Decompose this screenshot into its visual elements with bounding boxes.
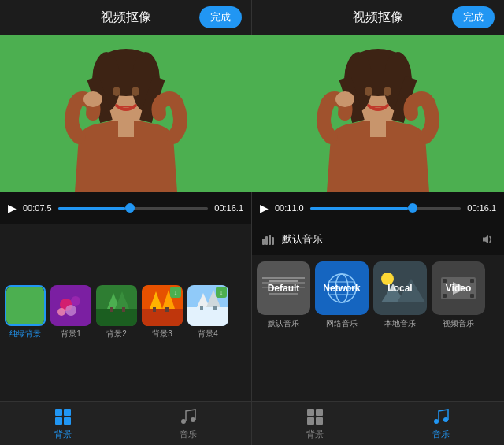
- music-thumb-video: Video: [432, 261, 485, 315]
- left-video-preview: [0, 35, 252, 192]
- svg-rect-53: [269, 235, 271, 245]
- thumbnail-bg4[interactable]: ↓ 背景4: [187, 285, 228, 339]
- svg-rect-74: [443, 294, 447, 298]
- left-playback-bar: ▶ 00:07.5 00:16.1: [0, 192, 251, 224]
- svg-point-11: [71, 296, 80, 306]
- right-nav-music[interactable]: 音乐: [378, 402, 504, 445]
- music-icon: [179, 407, 198, 426]
- thumbnail-pure-green[interactable]: 纯绿背景: [5, 285, 46, 339]
- svg-rect-52: [265, 236, 268, 245]
- left-top-bar: 视频抠像 完成: [0, 0, 251, 35]
- thumb-label-bg4: 背景4: [198, 328, 218, 339]
- music-thumb-default: Default: [257, 261, 310, 315]
- svg-point-81: [434, 419, 439, 424]
- music-item-video[interactable]: Video 视频音乐: [432, 261, 485, 329]
- thumbnail-bg1[interactable]: 背景1: [50, 285, 91, 339]
- music-label-video: 视频音乐: [443, 318, 474, 329]
- grid-icon: [54, 407, 72, 426]
- left-time-start: 00:07.5: [23, 203, 52, 213]
- svg-rect-25: [165, 307, 169, 312]
- svg-point-7: [113, 87, 120, 96]
- svg-rect-19: [122, 307, 125, 312]
- svg-rect-24: [153, 307, 156, 312]
- svg-point-50: [384, 87, 391, 96]
- right-panel: 视频抠像 完成 ▶ 00:11.0: [252, 0, 504, 445]
- bar-chart-icon: [261, 232, 276, 247]
- thumb-svg-bg2: [96, 285, 137, 326]
- thumb-label-bg3: 背景3: [152, 328, 172, 339]
- music-thumb-local: Local: [373, 261, 427, 315]
- right-time-start: 00:11.0: [275, 203, 304, 213]
- music-label-default: 默认音乐: [268, 318, 299, 329]
- left-title: 视频抠像: [101, 9, 151, 26]
- svg-point-6: [83, 91, 102, 107]
- music-label-local: 本地音乐: [384, 318, 416, 329]
- left-bottom-nav: 背景 音乐: [0, 401, 251, 445]
- svg-rect-78: [316, 409, 323, 416]
- right-play-button[interactable]: ▶: [260, 202, 269, 214]
- thumb-img-bg1: [50, 285, 91, 326]
- right-bottom-nav: 背景 音乐: [252, 401, 504, 445]
- svg-point-82: [443, 417, 448, 422]
- left-play-button[interactable]: ▶: [8, 202, 17, 214]
- left-panel: 视频抠像 完成: [0, 0, 252, 445]
- left-thumbnails-row: 纯绿背景 背景1: [0, 224, 251, 401]
- thumb-label-bg2: 背景2: [106, 328, 127, 339]
- left-bottom-section: 纯绿背景 背景1: [0, 224, 251, 445]
- thumb-svg-bg4: ↓: [187, 285, 228, 326]
- svg-rect-77: [307, 409, 314, 416]
- left-nav-bg[interactable]: 背景: [0, 402, 126, 445]
- thumb-img-bg4: ↓: [187, 285, 228, 326]
- svg-rect-54: [272, 237, 274, 245]
- svg-rect-47: [370, 120, 386, 137]
- right-progress-track[interactable]: [310, 207, 461, 210]
- left-progress-fill: [58, 207, 126, 210]
- left-nav-bg-label: 背景: [54, 428, 72, 440]
- svg-rect-80: [316, 417, 323, 425]
- music-bar: 默认音乐: [252, 224, 504, 255]
- svg-point-8: [132, 87, 139, 96]
- left-nav-music-label: 音乐: [180, 428, 197, 440]
- thumb-label-green: 纯绿背景: [9, 328, 41, 339]
- thumb-img-green: [5, 285, 46, 326]
- thumb-svg-bg3: ↓: [142, 285, 183, 326]
- right-progress-fill: [310, 207, 409, 210]
- svg-rect-38: [55, 417, 62, 425]
- right-time-end: 00:16.1: [467, 203, 496, 213]
- left-nav-music[interactable]: 音乐: [126, 402, 252, 445]
- right-playback-bar: ▶ 00:11.0 00:16.1: [252, 192, 504, 224]
- svg-rect-76: [470, 294, 474, 298]
- thumb-img-bg3: ↓: [142, 285, 183, 326]
- svg-rect-37: [64, 409, 71, 416]
- svg-rect-5: [118, 120, 134, 137]
- left-progress-track[interactable]: [58, 207, 209, 210]
- music-item-default[interactable]: Default 默认音乐: [257, 261, 310, 329]
- right-progress-thumb[interactable]: [408, 203, 417, 213]
- right-title: 视频抠像: [353, 9, 403, 26]
- svg-rect-51: [262, 239, 265, 245]
- svg-point-48: [335, 91, 354, 107]
- svg-point-13: [57, 308, 65, 316]
- right-nav-bg-label: 背景: [306, 428, 324, 440]
- right-nav-bg[interactable]: 背景: [252, 402, 378, 445]
- left-done-button[interactable]: 完成: [199, 6, 242, 28]
- right-video-preview: [252, 35, 504, 192]
- music-icon-right: [432, 407, 450, 426]
- svg-rect-33: [213, 306, 217, 310]
- right-top-bar: 视频抠像 完成: [252, 0, 504, 35]
- svg-rect-29: [187, 307, 228, 326]
- music-name: 默认音乐: [282, 232, 474, 247]
- volume-icon[interactable]: [480, 232, 495, 247]
- svg-rect-32: [200, 306, 203, 310]
- left-time-end: 00:16.1: [214, 203, 243, 213]
- music-item-local[interactable]: Local 本地音乐: [373, 261, 427, 329]
- thumbnail-bg3[interactable]: ↓ 背景3: [142, 285, 183, 339]
- thumbnail-bg2[interactable]: 背景2: [96, 285, 137, 339]
- svg-rect-21: [142, 309, 183, 326]
- left-progress-thumb[interactable]: [125, 203, 135, 213]
- svg-rect-79: [307, 417, 314, 425]
- right-done-button[interactable]: 完成: [452, 6, 495, 28]
- thumb-label-bg1: 背景1: [61, 328, 81, 339]
- music-categories: Default 默认音乐 Network 网络音乐: [252, 255, 504, 401]
- music-item-network[interactable]: Network 网络音乐: [315, 261, 369, 329]
